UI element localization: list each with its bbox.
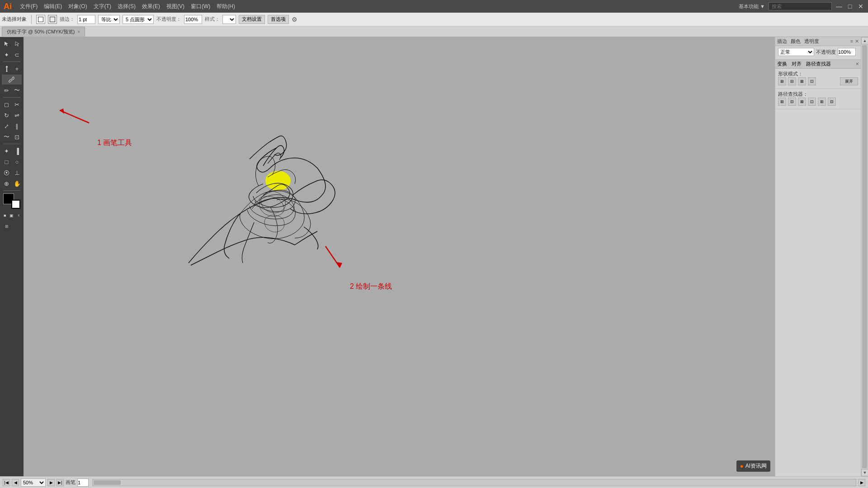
change-screen-mode[interactable]: ⊞ <box>2 221 11 231</box>
page-number-input[interactable] <box>77 479 89 487</box>
scroll-down-button[interactable]: ▼ <box>861 469 868 476</box>
menu-object[interactable]: 对象(O) <box>66 2 90 11</box>
selection-tool[interactable] <box>2 39 11 49</box>
tab-transform[interactable]: 变换 <box>777 61 787 67</box>
panel-tab-color[interactable]: 颜色 <box>791 38 801 45</box>
document-tab[interactable]: 仿粒子字 @ 50% (CMYK/预览) × <box>2 27 85 37</box>
search-input[interactable] <box>769 2 832 10</box>
bottom-bar: |◀ ◀ 50% ▶ ▶| 画笔 ▶ <box>0 476 868 488</box>
maximize-button[interactable]: □ <box>846 3 854 10</box>
menu-select[interactable]: 选择(S) <box>115 2 138 11</box>
tab-pathfinder[interactable]: 路径查找器 <box>806 61 831 67</box>
column-graph-tool[interactable]: ▐ <box>12 146 22 156</box>
blend-mode-select[interactable]: 正常 <box>778 48 814 56</box>
inner-2 <box>261 191 286 213</box>
minimize-button[interactable]: — <box>835 3 843 10</box>
gradient-mode-button[interactable]: ▣ <box>9 211 14 221</box>
h-scroll-thumb[interactable] <box>94 480 121 485</box>
eyedropper-tool[interactable]: ⦿ <box>2 168 11 178</box>
scissors-tool[interactable]: ✂ <box>12 99 22 109</box>
expand-button[interactable]: 展开 <box>840 77 858 85</box>
nav-prev-button[interactable]: ◀ <box>12 479 19 486</box>
smooth-tool[interactable]: 〜 <box>12 85 22 95</box>
stroke-type-select[interactable]: 等比 <box>98 15 120 24</box>
shear-tool[interactable]: ∥ <box>12 121 22 131</box>
stroke-swatch[interactable] <box>11 200 20 209</box>
menu-file[interactable]: 文件(F) <box>17 2 40 11</box>
menu-edit[interactable]: 编辑(E) <box>41 2 65 11</box>
close-button[interactable]: ✕ <box>857 3 864 10</box>
panel-menu-icon[interactable]: ≡ <box>850 38 853 44</box>
none-mode-button[interactable]: ☓ <box>16 211 22 221</box>
panel-tab-opacity[interactable]: 透明度 <box>804 38 819 45</box>
rotate-tool[interactable]: ↻ <box>2 110 11 120</box>
pen-tool[interactable] <box>2 64 11 74</box>
style-label: 样式： <box>205 16 220 23</box>
panel-tab-stroke[interactable]: 描边 <box>777 38 787 45</box>
direct-selection-tool[interactable] <box>12 39 22 49</box>
color-mode-button[interactable]: ■ <box>2 211 8 221</box>
opacity-panel-input[interactable] <box>838 48 856 56</box>
pencil-tool[interactable]: ✏ <box>2 85 11 95</box>
lasso-tool[interactable]: ⊂ <box>12 50 22 60</box>
menu-help[interactable]: 帮助(H) <box>214 2 238 11</box>
stroke-width-input[interactable] <box>77 15 95 24</box>
menu-window[interactable]: 窗口(W) <box>188 2 213 11</box>
opacity-input[interactable] <box>184 15 202 24</box>
add-anchor-tool[interactable]: + <box>12 64 22 74</box>
nav-start-button[interactable]: |◀ <box>3 479 10 486</box>
crop-button[interactable]: ⊡ <box>808 98 816 106</box>
style-select[interactable] <box>222 15 236 24</box>
panel-collapse-icon[interactable]: ✕ <box>855 38 859 44</box>
zoom-tool[interactable]: ⊕ <box>2 178 11 188</box>
brush-shape-select[interactable]: 5 点圆形 <box>123 15 154 24</box>
minus-front-button[interactable]: ⊟ <box>788 77 796 85</box>
intersect-button[interactable]: ⊠ <box>798 77 806 85</box>
tab-align[interactable]: 对齐 <box>792 61 802 67</box>
magic-wand-tool[interactable]: ✦ <box>2 50 11 60</box>
menu-view[interactable]: 视图(V) <box>164 2 187 11</box>
extra-options-icon[interactable]: ⚙ <box>292 16 297 23</box>
eraser-tool[interactable]: ◻ <box>2 99 11 109</box>
divide-button[interactable]: ⊞ <box>778 98 786 106</box>
doc-settings-button[interactable]: 文档设置 <box>239 15 265 24</box>
free-transform-tool[interactable]: ⊡ <box>12 132 22 142</box>
nav-end-button[interactable]: ▶| <box>57 479 64 486</box>
toolbar-divider-3 <box>3 144 20 144</box>
nav-next-button[interactable]: ▶ <box>47 479 55 486</box>
scroll-up-button[interactable]: ▲ <box>861 37 868 44</box>
rectangle-tool[interactable]: □ <box>2 157 11 167</box>
menu-text[interactable]: 文字(T) <box>91 2 114 11</box>
exclude-button[interactable]: ⊡ <box>808 77 816 85</box>
scale-tool[interactable]: ⤢ <box>2 121 11 131</box>
preferences-button[interactable]: 首选项 <box>268 15 289 24</box>
menu-effect[interactable]: 效果(E) <box>139 2 163 11</box>
fill-color-swatch[interactable] <box>48 15 57 24</box>
merge-button[interactable]: ⊠ <box>798 98 806 106</box>
warp-tool[interactable]: 〜 <box>2 132 11 142</box>
unite-button[interactable]: ⊞ <box>778 77 786 85</box>
eyedropper-tools-group: ⦿ ⊥ <box>2 168 22 178</box>
feature-selector[interactable]: 基本功能 ▼ <box>739 3 765 10</box>
canvas-area: 1 画笔工具 2 绘制一条线 ● AI资讯网 <box>24 37 775 476</box>
stroke-beak <box>250 136 287 159</box>
canvas-scrollbar-horizontal[interactable] <box>92 479 856 486</box>
outline-button[interactable]: ⊞ <box>818 98 826 106</box>
brush-tool[interactable] <box>2 75 22 84</box>
scribble-6 <box>240 191 304 239</box>
ellipse-tool[interactable]: ○ <box>12 157 22 167</box>
trim-button[interactable]: ⊟ <box>788 98 796 106</box>
stroke-color-swatch[interactable] <box>36 15 45 24</box>
measure-tool[interactable]: ⊥ <box>12 168 22 178</box>
reflect-tool[interactable]: ⇌ <box>12 110 22 120</box>
panel-close-secondary[interactable]: ✕ <box>855 61 859 66</box>
symbol-sprayer-tool[interactable]: ✦ <box>2 146 11 156</box>
hand-tool[interactable]: ✋ <box>12 178 22 188</box>
zoom-select[interactable]: 50% <box>21 479 46 487</box>
scribble-3 <box>255 190 295 211</box>
tab-close-button[interactable]: × <box>78 29 80 34</box>
minus-back-button[interactable]: ⊟ <box>828 98 836 106</box>
symbol-tools-group: ✦ ▐ <box>2 146 22 156</box>
scroll-thumb[interactable] <box>862 45 867 468</box>
scroll-right-button[interactable]: ▶ <box>858 479 865 486</box>
